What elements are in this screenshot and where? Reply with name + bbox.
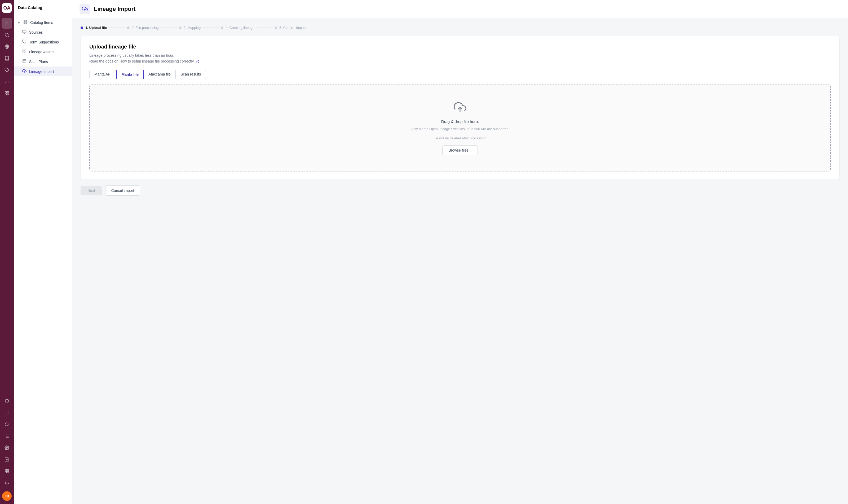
svg-rect-32 xyxy=(22,30,26,33)
sidebar: Data Catalog ▶ Catalog Items Sources Ter… xyxy=(14,0,72,504)
sidebar-item-lineage-assets[interactable]: Lineage Assets xyxy=(14,47,72,57)
cancel-import-button[interactable]: Cancel import xyxy=(105,185,140,196)
svg-rect-39 xyxy=(25,52,26,53)
svg-rect-29 xyxy=(26,20,27,22)
svg-rect-10 xyxy=(5,94,6,95)
card-desc-line2: Read the docs on How to setup lineage fi… xyxy=(89,59,194,63)
lineage-assets-icon xyxy=(22,49,26,54)
scan-plans-icon xyxy=(22,59,26,64)
page-icon xyxy=(79,4,90,14)
svg-rect-40 xyxy=(23,60,26,63)
chart-icon[interactable] xyxy=(2,76,12,87)
step-connector-1 xyxy=(109,28,125,28)
svg-rect-38 xyxy=(23,52,24,53)
globe-icon[interactable] xyxy=(2,41,12,52)
svg-rect-37 xyxy=(25,50,26,51)
book-icon[interactable] xyxy=(2,53,12,64)
step-3-dot xyxy=(179,26,182,29)
card-title: Upload lineage file xyxy=(89,44,831,50)
sidebar-item-label: Term Suggestions xyxy=(29,40,59,44)
shield-icon[interactable] xyxy=(2,396,12,407)
drop-zone-sub: Only Manta OpenLineage *.zip files up to… xyxy=(411,127,509,131)
page-title: Lineage Import xyxy=(94,5,136,13)
step-2: 2. File processing xyxy=(127,26,159,30)
step-5-label: 5. Confirm import xyxy=(279,26,306,30)
svg-rect-28 xyxy=(24,20,25,22)
svg-rect-25 xyxy=(7,469,9,471)
grid2-icon[interactable] xyxy=(2,466,12,476)
catalog-items-icon xyxy=(23,20,28,25)
tag-icon[interactable] xyxy=(2,65,12,75)
step-1: 1. Upload file xyxy=(80,26,107,30)
sidebar-item-label: Lineage Assets xyxy=(29,50,54,54)
svg-rect-11 xyxy=(7,94,9,95)
list2-icon[interactable] xyxy=(2,431,12,442)
step-2-label: 2. File processing xyxy=(132,26,159,30)
step-5-dot xyxy=(274,26,277,29)
chevron-right-icon: ▶ xyxy=(18,21,20,24)
file-drop-zone[interactable]: Drag & drop file here. Only Manta OpenLi… xyxy=(89,85,831,172)
app-logo[interactable]: OA xyxy=(2,3,12,13)
step-4-label: 4. Creating lineage xyxy=(225,26,254,30)
settings-icon[interactable] xyxy=(2,443,12,453)
bell-icon[interactable] xyxy=(2,478,12,488)
tab-scan-results[interactable]: Scan results xyxy=(176,70,206,79)
svg-rect-26 xyxy=(5,472,6,473)
sidebar-nav: ▶ Catalog Items Sources Term Suggestions… xyxy=(14,14,72,79)
external-link-icon[interactable] xyxy=(196,60,199,63)
content-area: 1. Upload file 2. File processing 3. Map… xyxy=(72,18,848,504)
svg-rect-31 xyxy=(26,22,27,23)
svg-rect-9 xyxy=(7,91,9,93)
svg-point-15 xyxy=(5,422,8,426)
svg-rect-30 xyxy=(24,22,25,23)
icon-rail: OA ⌂ FB xyxy=(0,0,14,504)
query-icon[interactable] xyxy=(2,88,12,98)
step-4-dot xyxy=(221,26,223,29)
cloud-upload-icon xyxy=(454,101,466,116)
check-square-icon[interactable] xyxy=(2,454,12,465)
avatar[interactable]: FB xyxy=(2,491,12,501)
sidebar-item-label: Catalog Items xyxy=(30,20,53,25)
svg-rect-8 xyxy=(5,91,6,93)
step-connector-4 xyxy=(256,28,272,28)
tab-ataccama-file[interactable]: Ataccama file xyxy=(144,70,176,79)
step-4: 4. Creating lineage xyxy=(221,26,254,30)
sidebar-item-sources[interactable]: Sources xyxy=(14,27,72,37)
step-5: 5. Confirm import xyxy=(274,26,306,30)
drop-zone-text: Drag & drop file here. xyxy=(441,119,479,124)
search-icon[interactable] xyxy=(2,30,12,40)
file-type-tabs: Manta API Manta file Ataccama file Scan … xyxy=(89,70,206,79)
upload-card: Upload lineage file Lineage processing u… xyxy=(80,36,840,179)
browse-files-button[interactable]: Browse files... xyxy=(442,145,477,155)
sidebar-item-label: Scan Plans xyxy=(29,60,48,64)
svg-rect-27 xyxy=(7,472,9,473)
step-1-dot xyxy=(80,26,83,29)
step-1-label: 1. Upload file xyxy=(85,26,107,30)
tab-manta-api[interactable]: Manta API xyxy=(90,70,116,79)
sidebar-item-scan-plans[interactable]: Scan Plans xyxy=(14,57,72,67)
lineage-import-icon xyxy=(22,69,26,74)
main-area: Lineage Import 1. Upload file 2. File pr… xyxy=(72,0,848,504)
next-button[interactable]: Next xyxy=(80,186,102,195)
bar-chart-icon[interactable] xyxy=(2,408,12,418)
sidebar-item-label: Sources xyxy=(29,30,43,34)
sidebar-item-label: Lineage Import xyxy=(29,69,54,74)
svg-rect-24 xyxy=(5,469,6,471)
step-2-dot xyxy=(127,26,130,29)
sidebar-item-lineage-import[interactable]: Lineage Import xyxy=(14,67,72,76)
card-desc: Lineage processing usually takes less th… xyxy=(89,52,831,65)
card-desc-line1: Lineage processing usually takes less th… xyxy=(89,53,174,57)
magnify-icon[interactable] xyxy=(2,419,12,430)
sources-icon xyxy=(22,30,26,35)
svg-rect-36 xyxy=(23,50,24,51)
step-connector-3 xyxy=(203,28,219,28)
sidebar-item-term-suggestions[interactable]: Term Suggestions xyxy=(14,37,72,47)
top-bar: Lineage Import xyxy=(72,0,848,18)
drop-zone-note: File will be deleted after processing. xyxy=(433,136,488,140)
sidebar-title: Data Catalog xyxy=(14,0,72,14)
step-3: 3. Mapping xyxy=(179,26,201,30)
step-3-label: 3. Mapping xyxy=(184,26,201,30)
sidebar-item-catalog-items[interactable]: ▶ Catalog Items xyxy=(14,17,72,27)
tab-manta-file[interactable]: Manta file xyxy=(116,70,144,79)
home-icon[interactable]: ⌂ xyxy=(2,18,12,29)
